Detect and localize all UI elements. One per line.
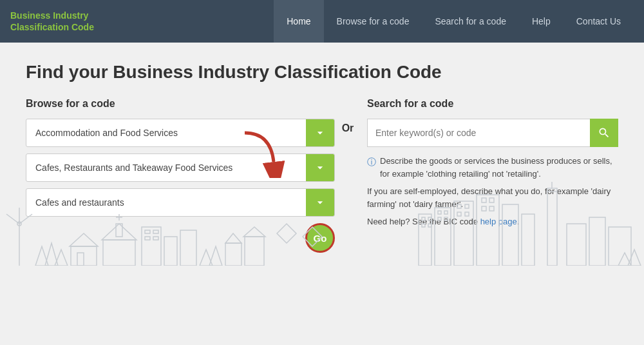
svg-marker-29 (243, 227, 265, 237)
svg-rect-52 (465, 212, 469, 216)
or-divider: Or (335, 119, 361, 134)
dropdown-row-2[interactable]: Cafes, Restaurants and Takeaway Food Ser… (26, 153, 335, 182)
nav-links: Home Browse for a code Search for a code… (274, 0, 634, 43)
svg-rect-48 (444, 217, 448, 221)
hint-row-1: ⓘ Describe the goods or services the bus… (367, 155, 618, 180)
hint-text-1: Describe the goods or services the busin… (380, 155, 618, 180)
info-icon: ⓘ (367, 155, 376, 169)
svg-rect-56 (489, 206, 494, 211)
svg-rect-12 (103, 240, 135, 266)
nav-search[interactable]: Search for a code (422, 0, 519, 43)
svg-rect-34 (454, 201, 473, 266)
svg-marker-30 (277, 224, 296, 243)
dropdown-row-1[interactable]: Accommodation and Food Services (26, 119, 335, 147)
svg-rect-33 (435, 208, 451, 266)
svg-rect-57 (567, 224, 586, 266)
svg-rect-50 (465, 204, 469, 208)
dropdown-btn-1[interactable] (306, 119, 334, 147)
search-row (367, 119, 618, 147)
svg-rect-41 (422, 217, 425, 221)
svg-rect-45 (438, 211, 441, 214)
brand-line1: Business Industry (10, 10, 88, 21)
brand-line2: Classification Code (10, 22, 94, 32)
svg-rect-53 (482, 198, 486, 202)
city-skyline (0, 182, 644, 266)
nav-browse[interactable]: Browse for a code (324, 0, 422, 43)
svg-rect-42 (428, 217, 431, 221)
search-col-title: Search for a code (367, 98, 618, 110)
nav-help[interactable]: Help (519, 0, 564, 43)
svg-marker-8 (55, 250, 68, 266)
main-content: Find your Business Industry Classificati… (0, 43, 644, 266)
svg-rect-22 (145, 237, 150, 240)
brand-logo[interactable]: Business Industry Classification Code (10, 10, 274, 33)
nav-contact[interactable]: Contact Us (564, 0, 634, 43)
svg-rect-26 (225, 243, 242, 266)
dropdown-text-2: Cafes, Restaurants and Takeaway Food Ser… (26, 163, 306, 173)
chevron-down-icon-1 (314, 126, 327, 139)
dropdown-text-1: Accommodation and Food Services (26, 128, 306, 138)
svg-rect-58 (589, 217, 605, 266)
svg-rect-18 (164, 237, 177, 266)
svg-rect-54 (489, 198, 494, 202)
svg-rect-35 (477, 195, 499, 266)
svg-rect-55 (482, 206, 486, 211)
svg-marker-10 (70, 233, 98, 246)
search-icon (598, 126, 611, 139)
svg-marker-28 (225, 233, 242, 243)
svg-rect-23 (153, 237, 158, 240)
svg-rect-47 (438, 217, 441, 221)
svg-rect-44 (428, 224, 431, 227)
browse-col-title: Browse for a code (26, 98, 335, 110)
svg-rect-51 (457, 212, 461, 216)
svg-rect-20 (145, 230, 150, 233)
svg-rect-46 (444, 211, 448, 214)
svg-rect-19 (180, 230, 196, 266)
svg-rect-49 (457, 204, 461, 208)
svg-rect-21 (153, 230, 158, 233)
svg-marker-13 (102, 224, 137, 240)
dropdown-btn-2[interactable] (306, 153, 334, 182)
svg-rect-37 (522, 214, 535, 266)
svg-rect-43 (422, 224, 425, 227)
svg-rect-32 (419, 214, 431, 266)
nav-home[interactable]: Home (274, 0, 323, 43)
search-input[interactable] (367, 119, 590, 147)
svg-marker-31 (303, 227, 322, 246)
page-title: Find your Business Industry Classificati… (26, 62, 618, 83)
search-button[interactable] (590, 119, 618, 147)
svg-rect-27 (245, 237, 264, 266)
svg-rect-11 (77, 253, 84, 266)
navbar: Business Industry Classification Code Ho… (0, 0, 644, 43)
chevron-down-icon-2 (314, 161, 327, 174)
svg-rect-38 (547, 188, 557, 266)
svg-rect-36 (502, 204, 518, 266)
